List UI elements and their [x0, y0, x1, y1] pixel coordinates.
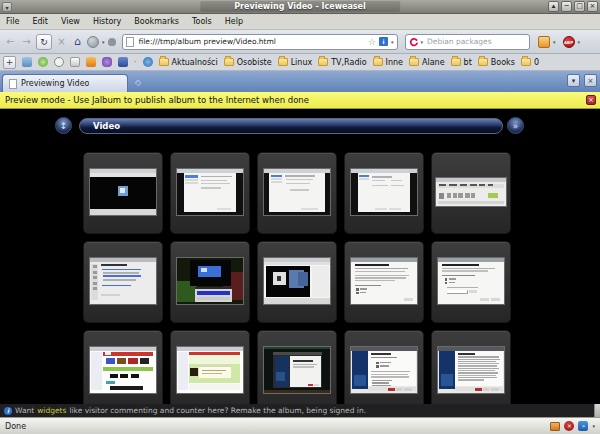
- globe-bookmark-icon[interactable]: [143, 57, 153, 67]
- window-menu-icon[interactable]: ▾: [2, 2, 12, 12]
- folder-icon: [278, 58, 288, 66]
- menu-view[interactable]: View: [61, 17, 80, 26]
- notes-caret-icon[interactable]: ▾: [553, 39, 556, 45]
- menu-bookmarks[interactable]: Bookmarks: [134, 17, 179, 26]
- extension-paw-icon[interactable]: [108, 38, 116, 46]
- thumbnail-settings-dialog-3[interactable]: [344, 152, 424, 234]
- menu-help[interactable]: Help: [225, 17, 243, 26]
- widgets-link[interactable]: widgets: [37, 406, 66, 415]
- menu-history[interactable]: History: [93, 17, 121, 26]
- thumbnail-image: [351, 258, 417, 304]
- close-button[interactable]: ×: [587, 1, 598, 12]
- purple-bookmark-icon[interactable]: [102, 57, 112, 67]
- thumbnail-wizard-options[interactable]: [431, 241, 511, 323]
- save-bookmark-icon[interactable]: [118, 57, 128, 67]
- page-icon: [126, 37, 134, 47]
- url-bar[interactable]: ☆ i ▾: [122, 34, 398, 50]
- search-input[interactable]: [425, 36, 526, 47]
- stop-button[interactable]: ×: [55, 36, 68, 47]
- thumbnail-webstore-page[interactable]: [83, 330, 163, 404]
- status-extension-icon[interactable]: »: [578, 421, 588, 431]
- tab-drag-indicator-icon: ◇: [135, 78, 141, 87]
- url-dropdown-icon[interactable]: ▾: [391, 39, 394, 45]
- thumbnail-settings-dialog-1[interactable]: [170, 152, 250, 234]
- bookmarks-separator: ·: [134, 58, 137, 67]
- thumbnail-options-dialog[interactable]: [83, 241, 163, 323]
- title-bar[interactable]: ▾ Previewing Video - Iceweasel ▴ ─ □ ×: [0, 0, 600, 14]
- thumbnail-image: [351, 169, 417, 215]
- thumbnail-image: [264, 347, 330, 393]
- status-bar: Done × » ▾: [0, 417, 600, 434]
- folder-icon: [373, 58, 383, 66]
- menu-edit[interactable]: Edit: [32, 17, 48, 26]
- minimize-button[interactable]: ─: [561, 1, 572, 12]
- shade-button[interactable]: ▴: [548, 1, 559, 12]
- folder-icon: [224, 58, 234, 66]
- home-button[interactable]: ⌂: [71, 35, 84, 48]
- tab-previewing-video[interactable]: Previewing Video: [2, 74, 128, 92]
- album-next-button[interactable]: »: [507, 117, 524, 134]
- tab-label: Previewing Video: [21, 79, 89, 88]
- back-button[interactable]: ←: [4, 36, 17, 47]
- thumbnail-image: [436, 178, 506, 206]
- close-tab-button[interactable]: ×: [584, 74, 597, 87]
- footer-promo-bar: i Want widgets like visitor commenting a…: [0, 404, 600, 417]
- bookmark-folder-tvradio[interactable]: TV,Radio: [318, 58, 366, 67]
- photo-bookmark-icon[interactable]: [22, 57, 32, 67]
- thumbnail-installer-wizard-2[interactable]: [431, 330, 511, 404]
- bookmark-folder-linux[interactable]: Linux: [278, 58, 313, 67]
- adblock-caret-icon[interactable]: ▾: [578, 39, 581, 45]
- add-bookmark-button[interactable]: +: [3, 56, 16, 69]
- status-caret-icon[interactable]: ▾: [592, 423, 595, 429]
- thumbnail-webstore-popup-page[interactable]: [170, 330, 250, 404]
- info-badge-icon[interactable]: i: [379, 37, 388, 46]
- bookmark-folder-aktualnosci[interactable]: Aktualności: [159, 58, 218, 67]
- thumbnail-image: [351, 347, 417, 393]
- status-note-icon[interactable]: [550, 422, 560, 431]
- folder-icon: [521, 58, 531, 66]
- thumbnail-media-player-logo[interactable]: [83, 152, 163, 234]
- thumbnail-installer-dark-desktop[interactable]: [257, 330, 337, 404]
- thumbnail-xine-player-desktop[interactable]: [170, 241, 250, 323]
- notification-close-button[interactable]: ×: [586, 95, 596, 105]
- search-bar[interactable]: ▾: [405, 34, 531, 50]
- thumbnail-installer-wizard-1[interactable]: [344, 330, 424, 404]
- debian-swirl-icon[interactable]: [409, 37, 419, 47]
- tab-bar: Previewing Video ◇ ▾ ×: [0, 71, 600, 92]
- orange-bookmark-icon[interactable]: [86, 57, 96, 67]
- bookmark-folder-0[interactable]: 0: [521, 58, 539, 67]
- green-star-bookmark-icon[interactable]: [38, 57, 48, 67]
- bookmark-folder-books[interactable]: Books: [478, 58, 515, 67]
- bookmarks-toolbar: + · Aktualności Osobiste Linux TV,Radio …: [0, 54, 600, 71]
- folder-icon: [451, 58, 461, 66]
- album-up-button[interactable]: ↕: [55, 117, 72, 134]
- maximize-button[interactable]: □: [574, 1, 585, 12]
- clock-bookmark-icon[interactable]: [54, 57, 64, 67]
- tab-list-button[interactable]: ▾: [567, 74, 580, 87]
- document-bookmark-icon[interactable]: [70, 57, 80, 67]
- bookmark-folder-alane[interactable]: Alane: [409, 58, 445, 67]
- extension-caret-icon[interactable]: ▾: [102, 39, 105, 45]
- forward-button[interactable]: →: [20, 36, 33, 47]
- bookmark-star-icon[interactable]: ☆: [368, 37, 376, 47]
- bookmark-folder-inne[interactable]: Inne: [373, 58, 403, 67]
- folder-icon: [478, 58, 488, 66]
- url-input[interactable]: [137, 36, 365, 47]
- thumbnail-settings-dialog-2[interactable]: [257, 152, 337, 234]
- search-engine-caret-icon[interactable]: ▾: [421, 39, 424, 45]
- scrollbar-corner[interactable]: [594, 404, 600, 417]
- extension-circle-icon[interactable]: [87, 36, 99, 48]
- bookmark-folder-osobiste[interactable]: Osobiste: [224, 58, 272, 67]
- thumbnail-image: [177, 258, 243, 304]
- reload-button[interactable]: ↻: [36, 34, 52, 50]
- adblock-plus-icon[interactable]: ABP: [563, 36, 575, 48]
- thumbnail-toolbar-window[interactable]: [431, 152, 511, 234]
- bookmark-folder-bt[interactable]: bt: [451, 58, 472, 67]
- status-adblock-icon[interactable]: ×: [564, 421, 574, 431]
- thumbnail-cd-player-window[interactable]: [257, 241, 337, 323]
- folder-icon: [318, 58, 328, 66]
- menu-file[interactable]: File: [6, 17, 19, 26]
- thumbnail-wizard-welcome[interactable]: [344, 241, 424, 323]
- menu-tools[interactable]: Tools: [192, 17, 212, 26]
- notes-extension-icon[interactable]: [538, 36, 550, 48]
